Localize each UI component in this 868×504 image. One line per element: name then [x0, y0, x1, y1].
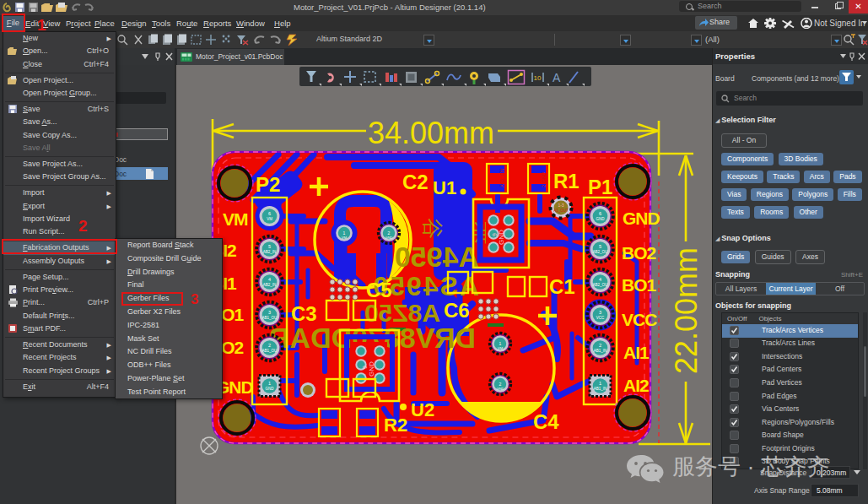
svg-text:AB1_OU: AB1_OU: [262, 349, 278, 353]
svg-text:34.00mm: 34.00mm: [368, 116, 494, 150]
svg-text:AB2_OU: AB2_OU: [593, 250, 608, 254]
svg-text:AI1: AI1: [623, 343, 650, 362]
svg-text:6: 6: [268, 211, 271, 216]
svg-text:GND: GND: [498, 230, 505, 245]
svg-text:C2: C2: [402, 171, 429, 193]
svg-text:VM: VM: [267, 217, 272, 221]
svg-text:6: 6: [599, 211, 601, 216]
svg-text:GND: GND: [385, 236, 393, 240]
svg-text:10: 10: [534, 74, 542, 82]
svg-text:VM: VM: [342, 236, 347, 240]
svg-text:A4950: A4950: [395, 241, 479, 273]
svg-text:AB2_IN: AB2_IN: [263, 250, 277, 254]
svg-text:5: 5: [599, 244, 601, 249]
svg-text:P2: P2: [256, 173, 280, 196]
svg-text:VM: VM: [498, 346, 503, 350]
svg-text:R2: R2: [384, 415, 407, 436]
svg-text:AB1_IN: AB1_IN: [594, 387, 607, 391]
svg-text:2: 2: [599, 343, 601, 348]
svg-text:22.00mm: 22.00mm: [669, 247, 704, 374]
svg-text:C6: C6: [444, 299, 470, 322]
svg-text:GND: GND: [596, 217, 606, 221]
svg-text:U2: U2: [411, 399, 434, 420]
svg-text:R1: R1: [553, 170, 580, 192]
svg-text:3: 3: [599, 310, 601, 315]
svg-text:AB1_OU: AB1_OU: [262, 316, 278, 320]
svg-text:4: 4: [599, 277, 601, 282]
svg-text:3: 3: [268, 310, 271, 315]
svg-text:A1_OUT: A1_OUT: [553, 209, 569, 213]
svg-text:2 GND: 2 GND: [541, 171, 546, 187]
svg-text:VCC: VCC: [622, 310, 657, 329]
svg-text:GND: GND: [497, 387, 504, 391]
svg-text:1-3: 1-3: [558, 203, 563, 208]
svg-text:4: 4: [268, 277, 271, 282]
svg-text:C3: C3: [291, 302, 317, 325]
svg-text:AB2_OU: AB2_OU: [593, 283, 608, 287]
svg-text:AI2: AI2: [623, 376, 649, 395]
svg-text:BO2: BO2: [622, 243, 656, 263]
svg-text:5: 5: [268, 244, 271, 249]
svg-text:2: 2: [268, 343, 271, 348]
svg-text:A52_EN: A52_EN: [499, 169, 504, 187]
svg-text:U1: U1: [433, 177, 456, 198]
svg-text:GND: GND: [368, 361, 375, 377]
svg-text:VCC: VCC: [596, 316, 605, 320]
svg-text:VM: VM: [223, 209, 248, 229]
svg-text:C1: C1: [549, 275, 575, 298]
svg-text:9: 9: [362, 366, 368, 369]
svg-text:1: 1: [599, 381, 601, 386]
svg-text:P1: P1: [588, 176, 612, 198]
svg-text:AB1_IN: AB1_IN: [594, 349, 607, 353]
svg-text:Not Signed In: Not Signed In: [814, 19, 865, 28]
svg-text:1: 1: [268, 381, 271, 386]
svg-text:9: 9: [492, 233, 498, 236]
svg-text:C5: C5: [366, 279, 392, 301]
svg-text:GND: GND: [623, 209, 660, 228]
svg-text:A: A: [553, 71, 561, 84]
svg-text:AB2_IN: AB2_IN: [263, 283, 277, 287]
svg-text:GND: GND: [266, 387, 275, 391]
svg-text:BO1: BO1: [622, 275, 657, 295]
svg-text:谷: 谷: [421, 218, 445, 239]
svg-text:C4: C4: [533, 410, 559, 433]
